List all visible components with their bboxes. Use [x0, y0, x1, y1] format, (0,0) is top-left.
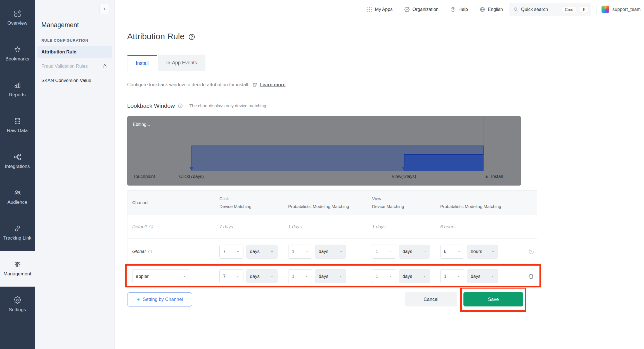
column-header-click-probabilistic: Probabilistic Modeling Matching — [288, 191, 372, 215]
channel-click-device-pair: 7 days — [219, 269, 288, 283]
sidebar-item-bookmarks[interactable]: Bookmarks — [0, 36, 35, 72]
menu-item-skan-conversion-value[interactable]: SKAN Conversion Value — [37, 74, 112, 86]
collapse-panel-button[interactable] — [99, 4, 110, 14]
sidebar-item-tracking-link[interactable]: Tracking Link — [0, 215, 35, 251]
chart-axis — [127, 171, 521, 171]
channel-view-probabilistic-value-select[interactable]: 1 — [440, 269, 464, 283]
page-title-row: Attribution Rule — [127, 32, 644, 41]
chevron-down-icon — [423, 250, 427, 254]
select-value: appier — [136, 274, 149, 279]
chevron-down-icon — [236, 274, 240, 278]
learn-more-link[interactable]: Learn more — [260, 82, 286, 88]
sidebar-item-overview[interactable]: Overview — [0, 0, 35, 36]
my-apps-label: My Apps — [375, 7, 392, 12]
chevron-down-icon — [389, 250, 392, 254]
table-header-row: Channel Click Device Matching Probabilis… — [127, 191, 537, 215]
delete-channel-row-button[interactable] — [528, 273, 535, 280]
reset-global-button[interactable] — [528, 248, 535, 255]
select-value: 1 — [444, 274, 446, 279]
lookback-rules-table: Channel Click Device Matching Probabilis… — [127, 190, 537, 288]
channel-click-probabilistic-unit-select[interactable]: days — [315, 269, 346, 283]
global-view-device-value-select[interactable]: 1 — [372, 245, 396, 259]
view-arrow-marker — [402, 167, 406, 170]
sidebar-item-settings[interactable]: Settings — [0, 287, 35, 322]
description-text: Configure lookback window to decide attr… — [127, 82, 248, 88]
global-view-probabilistic-unit-select[interactable]: hours — [467, 245, 498, 259]
tab-install[interactable]: Install — [127, 55, 157, 71]
chevron-left-icon — [102, 7, 107, 11]
gear-icon — [14, 296, 21, 304]
quick-search-input[interactable]: Quick search Cmd K — [510, 3, 591, 16]
global-click-device-value-select[interactable]: 7 — [219, 245, 243, 259]
save-button[interactable]: Save — [463, 292, 523, 306]
install-download-icon — [484, 174, 489, 179]
install-label: Install — [484, 174, 503, 179]
organization-button[interactable]: Organization — [404, 7, 439, 12]
chevron-down-icon — [270, 250, 274, 254]
menu-item-attribution-rule[interactable]: Attribution Rule — [37, 46, 112, 58]
editing-status: Editing... — [133, 122, 150, 127]
help-circle-icon — [450, 7, 456, 12]
lookback-note: The chart displays only device matching — [189, 103, 266, 108]
channel-select[interactable]: appier — [132, 269, 190, 283]
search-placeholder: Quick search — [521, 7, 560, 12]
channel-click-probabilistic-value-select[interactable]: 1 — [288, 269, 312, 283]
chevron-down-icon — [339, 250, 343, 254]
menu-item-label: SKAN Conversion Value — [41, 78, 91, 83]
global-click-device-unit-select[interactable]: days — [246, 245, 278, 259]
cancel-button[interactable]: Cancel — [405, 292, 457, 306]
global-click-device-pair: 7 days — [219, 245, 288, 259]
sidebar-item-management[interactable]: Management — [0, 251, 35, 287]
global-click-probabilistic-unit-select[interactable]: days — [315, 245, 346, 259]
table-row-global: Global 7 days — [127, 239, 537, 264]
global-row-label: Global — [132, 249, 219, 254]
sidebar-item-label: Tracking Link — [3, 235, 31, 241]
sidebar-item-audience[interactable]: Audience — [0, 179, 35, 215]
global-view-device-unit-select[interactable]: days — [399, 245, 430, 259]
setting-by-channel-button[interactable]: + Setting by Channel — [127, 292, 192, 306]
red-annotation-save-button: Save — [460, 287, 526, 312]
default-view-device-value: 1 days — [372, 224, 440, 229]
chevron-down-icon — [339, 274, 343, 278]
header-group-label: View — [372, 196, 440, 202]
sidebar-item-label: Raw Data — [7, 128, 28, 133]
integrations-icon — [14, 153, 21, 161]
external-link-icon — [252, 82, 257, 87]
channel-view-probabilistic-unit-select[interactable]: days — [467, 269, 498, 283]
sidebar-item-reports[interactable]: Reports — [0, 72, 35, 107]
channel-view-device-pair: 1 days — [372, 269, 440, 283]
globe-icon — [480, 7, 485, 12]
page-title: Attribution Rule — [127, 32, 184, 41]
history-reset-icon — [528, 248, 535, 255]
sidebar-item-raw-data[interactable]: Raw Data — [0, 107, 35, 143]
channel-click-device-unit-select[interactable]: days — [246, 269, 278, 283]
tab-in-app-events[interactable]: In-App Events — [158, 55, 205, 71]
channel-click-device-value-select[interactable]: 7 — [219, 269, 243, 283]
help-button[interactable]: Help — [450, 7, 468, 12]
sidebar-item-integrations[interactable]: Integrations — [0, 143, 35, 179]
view-window-bar[interactable] — [404, 154, 484, 171]
default-click-probabilistic-value: 1 days — [288, 224, 372, 229]
avatar — [602, 6, 609, 13]
user-menu[interactable]: support_team — [602, 6, 641, 13]
channel-view-device-unit-select[interactable]: days — [399, 269, 430, 283]
channel-click-probabilistic-pair: 1 days — [288, 269, 372, 283]
view-window-label: View(1days) — [392, 174, 416, 179]
global-view-probabilistic-value-select[interactable]: 6 — [440, 245, 464, 259]
channel-view-probabilistic-pair: 1 days — [440, 269, 526, 283]
language-button[interactable]: English — [480, 7, 503, 12]
select-value: days — [250, 249, 260, 254]
panel-menu: Attribution Rule Fraud Validation Rules … — [37, 46, 112, 86]
global-click-probabilistic-value-select[interactable]: 1 — [288, 245, 312, 259]
row-label-text: Global — [132, 249, 146, 254]
apps-grid-icon — [367, 7, 372, 12]
lock-icon — [102, 64, 107, 69]
select-value: days — [319, 249, 328, 254]
my-apps-button[interactable]: My Apps — [367, 7, 392, 12]
question-circle-icon[interactable] — [188, 33, 195, 41]
channel-view-device-value-select[interactable]: 1 — [372, 269, 396, 283]
app-window: Overview Bookmarks Reports Raw Data Inte… — [0, 0, 644, 349]
select-value: days — [471, 274, 480, 279]
menu-item-fraud-validation-rules[interactable]: Fraud Validation Rules — [37, 60, 112, 72]
content-column: My Apps Organization Help English Quick … — [115, 0, 644, 349]
